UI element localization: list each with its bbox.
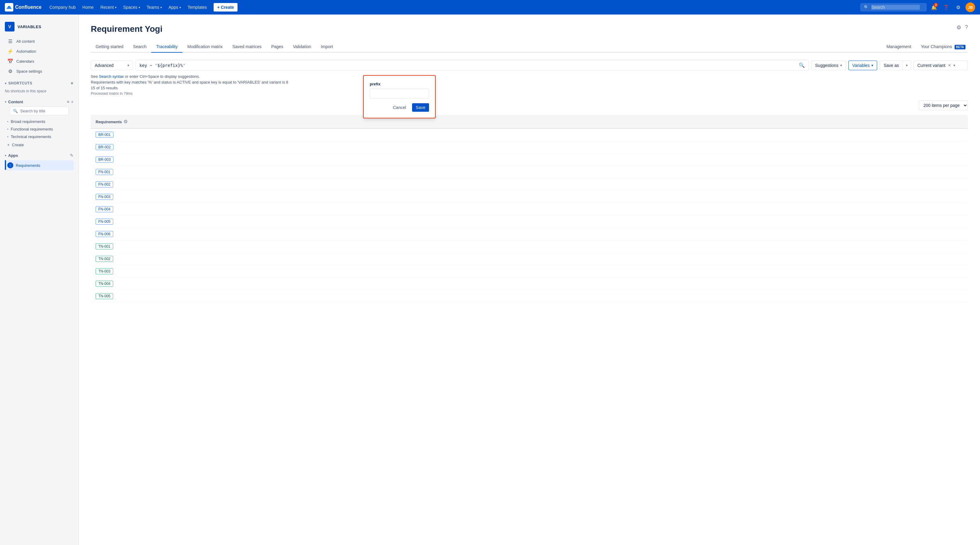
query-input[interactable]: [140, 63, 796, 68]
tab-modification-matrix[interactable]: Modification matrix: [183, 41, 228, 53]
requirement-badge[interactable]: BR-002: [95, 144, 113, 150]
search-syntax-link[interactable]: Search syntax: [99, 74, 124, 79]
suggestions-button[interactable]: Suggestions ▾: [811, 61, 846, 70]
current-variant-select[interactable]: Current variant ✕ ▾: [913, 61, 968, 70]
filter-icon[interactable]: ≡: [67, 99, 69, 104]
page-top-icons: ⚙ ?: [956, 24, 968, 31]
table-row: FN-004: [91, 203, 968, 215]
global-search-input[interactable]: [871, 5, 920, 10]
tab-your-champions[interactable]: Your Champions BETA: [919, 41, 968, 52]
table-row: TN-003: [91, 265, 968, 278]
table-row: FN-002: [91, 178, 968, 191]
table-row: TN-001: [91, 241, 968, 253]
nav-company-hub[interactable]: Company hub: [46, 3, 79, 11]
page-help-icon[interactable]: ?: [965, 24, 968, 31]
notifications-button[interactable]: 🔔 3: [929, 2, 939, 12]
tab-management[interactable]: Management: [884, 41, 914, 52]
sidebar-create-button[interactable]: + Create: [5, 140, 73, 149]
pagination-bar: 200 items per page: [91, 100, 968, 110]
column-settings-button[interactable]: ⚙: [123, 118, 128, 125]
tab-import[interactable]: Import: [316, 41, 338, 53]
page-settings-icon[interactable]: ⚙: [956, 24, 961, 31]
sidebar-item-calendars[interactable]: 📅 Calendars: [2, 56, 76, 66]
requirement-cell: FN-002: [91, 178, 968, 191]
requirement-badge[interactable]: FN-001: [95, 169, 113, 175]
tab-search[interactable]: Search: [128, 41, 151, 53]
user-avatar[interactable]: JB: [966, 2, 975, 12]
query-search-box[interactable]: 🔍: [135, 60, 809, 70]
mode-select[interactable]: Advanced ▾: [91, 61, 133, 70]
variables-button[interactable]: Variables ▾: [848, 61, 877, 70]
requirement-badge[interactable]: FN-005: [95, 218, 113, 225]
requirement-badge[interactable]: BR-003: [95, 156, 113, 163]
save-as-button[interactable]: Save as: [880, 61, 903, 70]
save-as-chevron-button[interactable]: ▾: [903, 61, 911, 70]
settings-button[interactable]: ⚙: [953, 2, 963, 12]
help-button[interactable]: ❓: [941, 2, 951, 12]
requirement-badge[interactable]: FN-006: [95, 231, 113, 237]
requirement-badge[interactable]: TN-004: [95, 280, 113, 287]
nav-recent[interactable]: Recent ▾: [97, 3, 119, 11]
popup-save-button[interactable]: Save: [412, 103, 429, 112]
requirement-cell: TN-001: [91, 241, 968, 253]
sidebar-search-input[interactable]: [20, 109, 65, 113]
sidebar-item-automation[interactable]: ⚡ Automation: [2, 46, 76, 56]
create-button[interactable]: + Create: [213, 3, 238, 11]
shortcuts-header[interactable]: ▾ Shortcuts +: [5, 79, 73, 88]
save-as-group: Save as ▾: [880, 61, 911, 70]
nav-templates[interactable]: Templates: [185, 3, 210, 11]
confluence-logo-icon: [5, 3, 13, 11]
items-per-page-select[interactable]: 200 items per page: [919, 100, 968, 110]
requirement-badge[interactable]: TN-002: [95, 256, 113, 262]
popup-actions: Cancel Save: [370, 103, 429, 112]
popup-prefix-input[interactable]: [370, 89, 429, 99]
nav-apps[interactable]: Apps ▾: [165, 3, 184, 11]
table-row: TN-005: [91, 290, 968, 303]
requirement-cell: TN-002: [91, 253, 968, 265]
suggestions-chevron: ▾: [840, 63, 842, 67]
requirement-badge[interactable]: BR-001: [95, 132, 113, 138]
apps-edit-icon[interactable]: ✎: [70, 153, 73, 158]
sidebar-app-requirements[interactable]: 👤 Requirements: [5, 160, 73, 171]
requirement-badge[interactable]: FN-003: [95, 194, 113, 200]
sidebar-page-broad[interactable]: Broad requirements: [5, 118, 73, 125]
tab-saved-matrices[interactable]: Saved matrices: [228, 41, 266, 53]
sidebar-item-all-content[interactable]: ☰ All content: [2, 36, 76, 46]
confluence-logo[interactable]: Confluence: [5, 3, 41, 11]
tab-validation[interactable]: Validation: [288, 41, 316, 53]
tab-pages[interactable]: Pages: [266, 41, 288, 53]
requirement-badge[interactable]: FN-002: [95, 182, 113, 187]
nav-home[interactable]: Home: [79, 3, 97, 11]
sidebar-search[interactable]: 🔍: [10, 107, 69, 115]
requirements-app-wrapper: 👤 Requirements: [5, 160, 73, 171]
requirement-cell: FN-003: [91, 191, 968, 203]
add-content-icon[interactable]: +: [71, 99, 73, 104]
create-plus-icon: +: [7, 143, 10, 147]
sidebar-page-functional[interactable]: Functional requirements: [5, 125, 73, 133]
requirements-app-icon: 👤: [7, 162, 13, 168]
sidebar-item-label: All content: [16, 39, 35, 44]
requirement-badge[interactable]: TN-005: [95, 293, 113, 299]
requirement-badge[interactable]: TN-003: [95, 268, 113, 274]
requirement-cell: BR-001: [91, 128, 968, 141]
requirement-cell: TN-004: [91, 278, 968, 290]
confluence-text: Confluence: [15, 5, 41, 10]
tab-traceability[interactable]: Traceability: [151, 41, 183, 53]
app-layout: V VARIABLES ☰ All content ⚡ Automation 📅…: [0, 14, 980, 545]
sidebar-item-space-settings[interactable]: ⚙ Space settings: [2, 66, 76, 76]
nav-spaces[interactable]: Spaces ▾: [120, 3, 143, 11]
requirement-cell: FN-001: [91, 166, 968, 178]
search-results-description: Requirements with key matches '%' and st…: [91, 80, 968, 84]
shortcuts-add-icon[interactable]: +: [70, 81, 73, 86]
requirement-badge[interactable]: FN-004: [95, 206, 113, 212]
automation-icon: ⚡: [7, 48, 13, 54]
requirement-badge[interactable]: TN-001: [95, 244, 113, 250]
current-variant-clear-icon[interactable]: ✕: [948, 63, 951, 67]
popup-cancel-button[interactable]: Cancel: [389, 103, 410, 112]
nav-teams[interactable]: Teams ▾: [144, 3, 165, 11]
tab-getting-started[interactable]: Getting started: [91, 41, 128, 53]
query-search-icon[interactable]: 🔍: [799, 62, 805, 68]
sidebar-page-technical[interactable]: Technical requirements: [5, 133, 73, 140]
table-row: FN-006: [91, 228, 968, 241]
global-search-box[interactable]: 🔍: [860, 3, 927, 11]
